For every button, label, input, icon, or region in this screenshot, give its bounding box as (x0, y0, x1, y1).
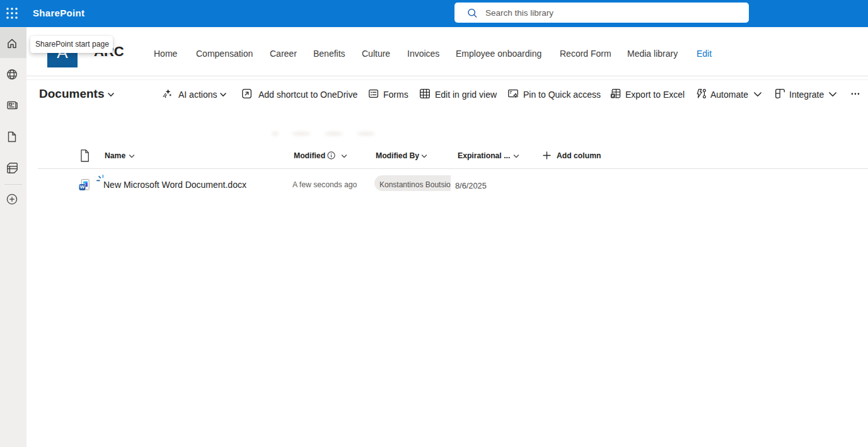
svg-text:W: W (80, 184, 85, 190)
